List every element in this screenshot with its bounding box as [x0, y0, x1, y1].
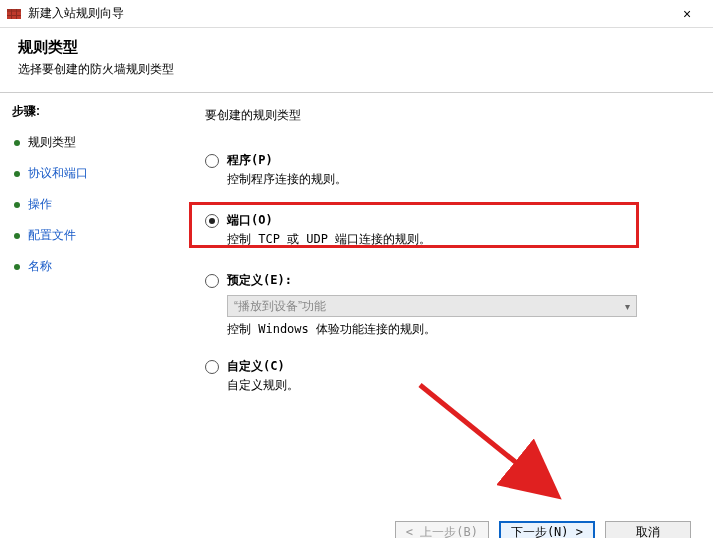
- step-name[interactable]: 名称: [12, 254, 163, 279]
- step-action[interactable]: 操作: [12, 192, 163, 217]
- step-label: 协议和端口: [28, 165, 88, 182]
- rule-type-radio-group: 程序(P) 控制程序连接的规则。 端口(O) 控制 TCP 或 UDP 端口连接…: [205, 152, 683, 394]
- cancel-button[interactable]: 取消: [605, 521, 691, 538]
- wizard-body: 步骤: 规则类型 协议和端口 操作 配置文件 名称 要创建的规则类型: [0, 93, 713, 508]
- content-question: 要创建的规则类型: [205, 107, 683, 124]
- page-title: 规则类型: [18, 38, 695, 57]
- wizard-footer: < 上一步(B) 下一步(N) > 取消: [0, 508, 713, 538]
- radio-icon[interactable]: [205, 360, 219, 374]
- svg-rect-4: [16, 9, 17, 19]
- step-label: 操作: [28, 196, 52, 213]
- radio-desc: 控制程序连接的规则。: [227, 171, 683, 188]
- radio-port[interactable]: 端口(O) 控制 TCP 或 UDP 端口连接的规则。: [205, 208, 683, 252]
- step-label: 配置文件: [28, 227, 76, 244]
- radio-label: 端口(O): [227, 212, 273, 229]
- step-protocol-port[interactable]: 协议和端口: [12, 161, 163, 186]
- step-profile[interactable]: 配置文件: [12, 223, 163, 248]
- radio-icon[interactable]: [205, 214, 219, 228]
- bullet-icon: [14, 140, 20, 146]
- radio-icon[interactable]: [205, 274, 219, 288]
- step-rule-type[interactable]: 规则类型: [12, 130, 163, 155]
- page-subtitle: 选择要创建的防火墙规则类型: [18, 61, 695, 78]
- step-label: 名称: [28, 258, 52, 275]
- radio-program[interactable]: 程序(P) 控制程序连接的规则。: [205, 152, 683, 188]
- radio-desc: 自定义规则。: [227, 377, 683, 394]
- radio-predefined[interactable]: 预定义(E): “播放到设备”功能 ▾ 控制 Windows 体验功能连接的规则…: [205, 272, 683, 338]
- bullet-icon: [14, 202, 20, 208]
- radio-custom[interactable]: 自定义(C) 自定义规则。: [205, 358, 683, 394]
- steps-sidebar: 步骤: 规则类型 协议和端口 操作 配置文件 名称: [0, 93, 175, 508]
- chevron-down-icon: ▾: [625, 301, 630, 312]
- radio-icon[interactable]: [205, 154, 219, 168]
- window-title: 新建入站规则向导: [28, 5, 667, 22]
- bullet-icon: [14, 233, 20, 239]
- close-button[interactable]: ×: [667, 3, 707, 25]
- bullet-icon: [14, 171, 20, 177]
- svg-rect-2: [7, 15, 21, 16]
- radio-label: 程序(P): [227, 152, 273, 169]
- wizard-header: 规则类型 选择要创建的防火墙规则类型: [0, 28, 713, 93]
- steps-heading: 步骤:: [12, 103, 163, 120]
- step-label: 规则类型: [28, 134, 76, 151]
- next-button[interactable]: 下一步(N) >: [499, 521, 595, 538]
- radio-desc: 控制 TCP 或 UDP 端口连接的规则。: [227, 231, 683, 248]
- dropdown-value: “播放到设备”功能: [234, 298, 326, 315]
- titlebar: 新建入站规则向导 ×: [0, 0, 713, 28]
- predefined-dropdown: “播放到设备”功能 ▾: [227, 295, 637, 317]
- svg-rect-1: [7, 9, 21, 12]
- wizard-content: 要创建的规则类型 程序(P) 控制程序连接的规则。 端口(O) 控制 TCP 或…: [175, 93, 713, 508]
- radio-label: 自定义(C): [227, 358, 285, 375]
- radio-desc: 控制 Windows 体验功能连接的规则。: [227, 321, 683, 338]
- svg-rect-3: [11, 9, 12, 19]
- back-button: < 上一步(B): [395, 521, 489, 538]
- radio-label: 预定义(E):: [227, 272, 292, 289]
- bullet-icon: [14, 264, 20, 270]
- firewall-icon: [6, 6, 22, 22]
